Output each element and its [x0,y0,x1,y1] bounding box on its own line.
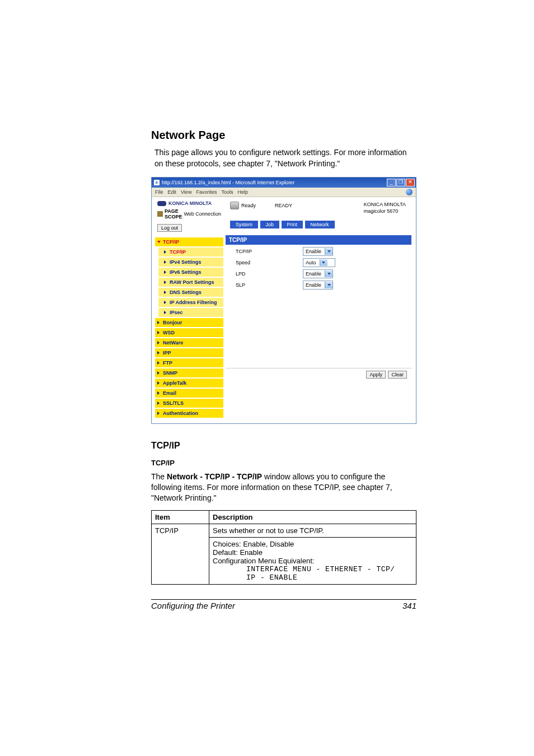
maximize-button[interactable]: ❐ [396,179,405,186]
tcpip-subheading: TCP/IP [151,459,416,467]
dropdown-speed[interactable]: Auto [303,258,335,267]
dropdown-slp-value: Enable [306,282,321,288]
menu-path-2: IP - ENABLE [213,573,413,582]
sidebar-sub-ipv6[interactable]: IPv6 Settings [158,268,223,277]
sidebar-item-ssltls[interactable]: SSL/TLS [155,399,223,408]
sidebar-item-wsd[interactable]: WSD [155,328,223,337]
tcpip-body-prefix: The [151,472,167,481]
network-sidebar: TCP/IP TCP/IP IPv4 Settings IPv6 Setting… [152,235,226,423]
sidebar-item-ftp[interactable]: FTP [155,358,223,367]
sidebar-item-bonjour[interactable]: Bonjour [155,318,223,327]
menu-edit[interactable]: Edit [168,189,177,195]
spec-table: Item Description TCP/IP Sets whether or … [151,510,416,585]
config-line: Configuration Menu Equivalent: [213,557,413,565]
row-label-tcpip: TCP/IP [236,249,303,254]
sidebar-item-ipp[interactable]: IPP [155,348,223,357]
sidebar-sub-ipv4[interactable]: IPv4 Settings [158,258,223,267]
chevron-down-icon [325,282,332,288]
browser-window: e http://192.168.1.2/a_index.html - Micr… [151,177,416,424]
sidebar-sub-tcpip[interactable]: TCP/IP [158,248,223,256]
chevron-down-icon [320,259,327,266]
th-item: Item [152,510,209,524]
brand-text: KONICA MINOLTA [168,200,212,206]
sidebar-sub-dns[interactable]: DNS Settings [158,288,223,297]
tab-system[interactable]: System [230,221,258,228]
th-description: Description [209,510,416,524]
tab-job[interactable]: Job [260,221,280,228]
minimize-button[interactable]: _ [387,179,396,186]
dropdown-lpd[interactable]: Enable [303,269,333,278]
menu-tools[interactable]: Tools [221,189,233,195]
sidebar-sub-ipfilter[interactable]: IP Address Filtering [158,298,223,307]
page-number: 341 [402,601,416,610]
tab-print[interactable]: Print [282,221,303,228]
ie-throbber-icon [406,189,413,195]
device-name: KONICA MINOLTA [364,202,406,208]
intro-text: This page allows you to configure networ… [151,147,416,169]
pagescope-icon [157,211,163,217]
tcpip-heading: TCP/IP [151,441,416,451]
window-title: http://192.168.1.2/a_index.html - Micros… [162,180,294,185]
close-button[interactable]: ✕ [406,179,415,186]
logout-button[interactable]: Log out [157,224,182,232]
sidebar-item-email[interactable]: Email [155,389,223,398]
sidebar-item-authentication[interactable]: Authentication [155,409,223,418]
sidebar-sub-ipsec[interactable]: IPsec [158,308,223,317]
tab-network[interactable]: Network [305,221,335,228]
browser-menubar: File Edit View Favorites Tools Help [152,188,416,197]
choices-line: Choices: Enable, Disable [213,540,413,548]
menu-view[interactable]: View [181,189,191,195]
km-oval-icon [157,201,166,206]
tcpip-body: The Network - TCP/IP - TCP/IP window all… [151,472,416,503]
dropdown-tcpip[interactable]: Enable [303,247,333,256]
dropdown-slp[interactable]: Enable [303,281,333,290]
footer-title: Configuring the Printer [151,601,235,610]
pane-title: TCP/IP [226,235,411,245]
chevron-down-icon [325,270,332,277]
apply-button[interactable]: Apply [366,371,386,379]
dropdown-lpd-value: Enable [306,271,321,277]
dropdown-speed-value: Auto [306,260,316,265]
konica-minolta-logo: KONICA MINOLTA [157,200,224,206]
sidebar-sub-rawport[interactable]: RAW Port Settings [158,278,223,287]
pagescope-label: PAGESCOPE Web Connection [157,208,224,220]
menu-help[interactable]: Help [237,189,248,195]
menu-file[interactable]: File [155,189,163,195]
ready-label: Ready [241,203,256,208]
pagescope-text: Web Connection [184,211,221,217]
dropdown-tcpip-value: Enable [306,249,321,254]
row-label-speed: Speed [236,260,303,265]
menu-favorites[interactable]: Favorites [196,189,217,195]
sidebar-item-snmp[interactable]: SNMP [155,368,223,377]
td-desc1: Sets whether or not to use TCP/IP. [209,524,416,537]
printer-icon [230,202,239,209]
device-model: magicolor 5670 [364,208,406,215]
row-label-slp: SLP [236,282,303,288]
sidebar-item-tcpip[interactable]: TCP/IP [155,237,223,246]
sidebar-item-appletalk[interactable]: AppleTalk [155,379,223,388]
page-heading: Network Page [151,129,416,142]
menu-path-1: INTERFACE MENU - ETHERNET - TCP/ [213,565,413,573]
sidebar-item-netware[interactable]: NetWare [155,338,223,347]
ie-favicon: e [154,180,160,185]
window-titlebar: e http://192.168.1.2/a_index.html - Micr… [152,178,416,188]
row-label-lpd: LPD [236,271,303,277]
clear-button[interactable]: Clear [388,371,407,379]
tcpip-body-bold: Network - TCP/IP - TCP/IP [167,472,262,481]
ready-status: READY [275,203,292,208]
default-line: Default: Enable [213,548,413,557]
td-desc2: Choices: Enable, Disable Default: Enable… [209,537,416,584]
chevron-down-icon [325,248,332,255]
td-item: TCP/IP [152,524,209,584]
